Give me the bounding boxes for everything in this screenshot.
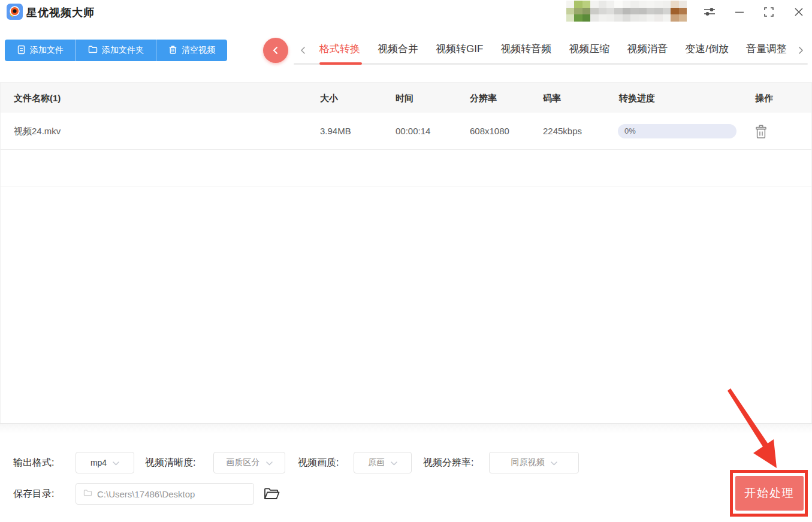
tabs-scroll-right-icon[interactable] [795, 44, 807, 56]
output-format-select[interactable]: mp4 [76, 452, 134, 473]
clear-videos-label: 清空视频 [182, 45, 215, 56]
blur-pixel [663, 8, 671, 15]
blur-pixel [599, 14, 606, 22]
quality-select[interactable]: 原画 [354, 452, 412, 473]
blur-pixel [606, 14, 614, 22]
folder-icon [83, 488, 92, 499]
save-dir-label: 保存目录: [13, 483, 54, 505]
resolution-select[interactable]: 同原视频 [489, 452, 579, 473]
clarity-value: 画质区分 [227, 457, 260, 468]
tab-video-mute[interactable]: 视频消音 [627, 42, 668, 56]
tab-video-to-gif[interactable]: 视频转GIF [436, 42, 483, 56]
clarity-label: 视频清晰度: [145, 452, 195, 473]
resolution-label: 视频分辨率: [423, 452, 473, 473]
quality-label: 视频画质: [298, 452, 339, 473]
blur-pixel [582, 14, 590, 22]
add-folder-label: 添加文件夹 [102, 45, 144, 56]
close-button[interactable] [790, 4, 807, 20]
blur-pixel [614, 1, 622, 8]
blur-pixel [639, 14, 647, 22]
tab-volume-adjust[interactable]: 音量调整 [746, 42, 787, 56]
user-account-blurred[interactable] [566, 1, 687, 22]
blur-pixel [574, 14, 582, 22]
progress-label: 0% [624, 124, 636, 138]
maximize-button[interactable] [760, 4, 777, 20]
blur-pixel [614, 14, 622, 22]
chevron-down-icon [551, 458, 557, 467]
blur-pixel [647, 8, 654, 15]
trash-icon [168, 45, 177, 56]
blur-pixel [679, 1, 687, 8]
blur-pixel [654, 1, 662, 8]
blur-pixel [606, 1, 614, 8]
tab-video-to-audio[interactable]: 视频转音频 [500, 42, 551, 56]
blur-pixel [679, 14, 687, 22]
blur-pixel [630, 1, 638, 8]
blur-pixel [671, 1, 678, 8]
chevron-down-icon [391, 458, 397, 467]
minimize-button[interactable] [731, 4, 748, 20]
delete-row-button[interactable] [754, 124, 768, 140]
blur-pixel [582, 8, 590, 15]
blur-pixel [671, 14, 678, 22]
header-progress: 转换进度 [619, 83, 655, 113]
blur-pixel [599, 1, 606, 8]
empty-row [1, 150, 811, 186]
feature-tabs: 格式转换 视频合并 视频转GIF 视频转音频 视频压缩 视频消音 变速/倒放 音… [319, 42, 787, 56]
clarity-select[interactable]: 画质区分 [213, 452, 285, 473]
blur-pixel [639, 8, 647, 15]
header-bitrate: 码率 [543, 83, 561, 113]
blur-pixel [574, 1, 582, 8]
start-processing-button[interactable]: 开始处理 [735, 476, 804, 511]
header-filename: 文件名称(1) [14, 83, 61, 113]
blur-pixel [623, 8, 630, 15]
blur-pixel [566, 14, 574, 22]
blur-pixel [614, 8, 622, 15]
tab-speed-reverse[interactable]: 变速/倒放 [685, 42, 729, 56]
blur-pixel [663, 14, 671, 22]
chevron-down-icon [266, 458, 273, 467]
blur-pixel [639, 1, 647, 8]
file-table: 文件名称(1) 大小 时间 分辨率 码率 转换进度 操作 视频24.mkv 3.… [0, 82, 812, 423]
tab-video-compress[interactable]: 视频压缩 [569, 42, 609, 56]
cell-bitrate: 2245kbps [543, 113, 582, 150]
settings-sliders-icon[interactable] [701, 4, 718, 20]
clear-videos-button[interactable]: 清空视频 [156, 40, 227, 61]
cell-duration: 00:00:14 [396, 113, 430, 150]
tab-video-merge[interactable]: 视频合并 [378, 42, 418, 56]
blur-pixel [647, 1, 654, 8]
app-logo-icon [7, 4, 23, 20]
app-title: 星优视频大师 [26, 5, 95, 20]
blur-pixel [671, 8, 678, 15]
tabs-scroll-left-icon[interactable] [297, 44, 309, 56]
blur-pixel [574, 8, 582, 15]
collapse-tabs-button[interactable] [263, 38, 288, 63]
save-dir-input[interactable]: C:\Users\17486\Desktop [76, 483, 254, 505]
output-settings-panel: 输出格式: mp4 视频清晰度: 画质区分 视频画质: 原画 视频分辨率: 同原… [0, 423, 812, 522]
header-size: 大小 [320, 83, 338, 113]
table-row: 视频24.mkv 3.94MB 00:00:14 608x1080 2245kb… [1, 113, 811, 150]
table-header: 文件名称(1) 大小 时间 分辨率 码率 转换进度 操作 [1, 82, 811, 113]
add-folder-button[interactable]: 添加文件夹 [76, 40, 156, 61]
blur-pixel [679, 8, 687, 15]
blur-pixel [663, 1, 671, 8]
blur-pixel [654, 14, 662, 22]
header-duration: 时间 [396, 83, 413, 113]
app-window: 星优视频大师 [0, 0, 812, 522]
resolution-value: 同原视频 [511, 457, 545, 468]
add-file-button[interactable]: 添加文件 [5, 40, 76, 61]
titlebar: 星优视频大师 [0, 0, 812, 24]
quality-value: 原画 [368, 457, 385, 468]
blur-pixel [623, 14, 630, 22]
tab-track [294, 63, 808, 65]
blur-pixel [590, 1, 598, 8]
blur-pixel [566, 8, 574, 15]
chevron-down-icon [113, 458, 119, 467]
header-resolution: 分辨率 [470, 83, 497, 113]
tab-format-convert[interactable]: 格式转换 [319, 42, 360, 56]
blur-pixel [647, 14, 654, 22]
save-dir-value: C:\Users\17486\Desktop [97, 489, 195, 499]
browse-folder-button[interactable] [262, 485, 280, 502]
folder-icon [88, 45, 98, 56]
cell-size: 3.94MB [320, 113, 351, 150]
